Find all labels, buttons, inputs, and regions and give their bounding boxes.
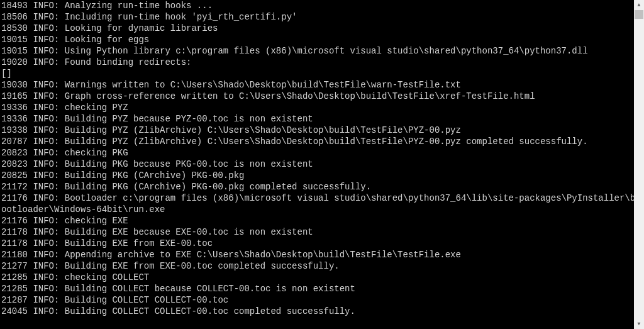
console-output[interactable]: 18493 INFO: Analyzing run-time hooks ...…	[0, 0, 634, 329]
console-line: 24045 INFO: Building COLLECT COLLECT-00.…	[1, 306, 634, 317]
console-line: 21172 INFO: Building PKG (CArchive) PKG-…	[1, 181, 634, 192]
console-line: 20823 INFO: checking PKG	[1, 147, 634, 159]
console-line: 19030 INFO: Warnings written to C:\Users…	[1, 79, 634, 91]
console-line: []	[1, 68, 634, 79]
console-line: 19165 INFO: Graph cross-reference writte…	[1, 91, 634, 102]
console-line: 20823 INFO: Building PKG because PKG-00.…	[1, 159, 634, 170]
console-line: 20787 INFO: Building PYZ (ZlibArchive) C…	[1, 136, 634, 147]
console-line: 19338 INFO: Building PYZ (ZlibArchive) C…	[1, 125, 634, 136]
console-line: 19015 INFO: Looking for eggs	[1, 34, 634, 45]
console-window: 18493 INFO: Analyzing run-time hooks ...…	[0, 0, 644, 329]
console-line: 18530 INFO: Looking for dynamic librarie…	[1, 23, 634, 34]
console-line: 20825 INFO: Building PKG (CArchive) PKG-…	[1, 170, 634, 181]
scrollbar-track[interactable]: ▲ ▼	[634, 0, 644, 329]
console-line: 21287 INFO: Building COLLECT COLLECT-00.…	[1, 294, 634, 306]
console-line: 21176 INFO: Bootloader c:\program files …	[1, 192, 634, 204]
console-line: ootloader\Windows-64bit\run.exe	[1, 204, 634, 215]
console-line: 21176 INFO: checking EXE	[1, 215, 634, 226]
console-line: 21178 INFO: Building EXE from EXE-00.toc	[1, 238, 634, 249]
console-line: 21180 INFO: Appending archive to EXE C:\…	[1, 249, 634, 260]
console-line: 19336 INFO: Building PYZ because PYZ-00.…	[1, 113, 634, 125]
console-line: 19336 INFO: checking PYZ	[1, 102, 634, 113]
console-line: 21277 INFO: Building EXE from EXE-00.toc…	[1, 260, 634, 272]
scrollbar-thumb[interactable]	[635, 10, 643, 19]
console-line: 18506 INFO: Including run-time hook 'pyi…	[1, 11, 634, 23]
console-line: 19020 INFO: Found binding redirects:	[1, 57, 634, 68]
scroll-down-arrow[interactable]: ▼	[634, 319, 644, 329]
console-line: 21285 INFO: Building COLLECT because COL…	[1, 283, 634, 294]
scroll-up-arrow[interactable]: ▲	[634, 0, 644, 10]
console-line: 19015 INFO: Using Python library c:\prog…	[1, 45, 634, 57]
console-line: 18493 INFO: Analyzing run-time hooks ...	[1, 0, 634, 11]
console-line: 21285 INFO: checking COLLECT	[1, 272, 634, 283]
console-line: 21178 INFO: Building EXE because EXE-00.…	[1, 226, 634, 238]
